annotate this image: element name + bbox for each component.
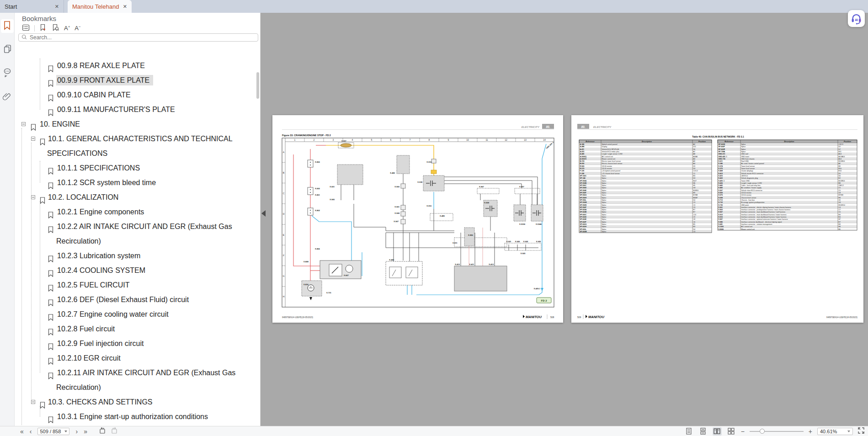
collapse-sidebar-icon[interactable] — [261, 210, 266, 217]
two-page-view-icon[interactable] — [713, 427, 722, 436]
zoom-slider-knob[interactable] — [760, 429, 765, 434]
previous-view-icon[interactable] — [99, 427, 106, 436]
continuous-view-icon[interactable] — [698, 427, 708, 436]
svg-text:X-923: X-923 — [521, 252, 526, 255]
svg-text:X-905: X-905 — [330, 198, 335, 201]
svg-text:SP-590B: SP-590B — [580, 182, 587, 184]
bookmark-item-label: 10.2.4 COOLING SYSTEM — [56, 265, 149, 276]
search-bookmark-icon[interactable] — [52, 24, 59, 33]
comments-panel-button[interactable] — [1, 67, 14, 80]
collapse-node-icon[interactable] — [31, 195, 35, 199]
fullscreen-icon[interactable] — [858, 427, 864, 435]
svg-text:C8: C8 — [693, 218, 696, 220]
bookmark-item[interactable]: 10.2.3 Lubrication system — [15, 249, 256, 263]
headset-icon: AI — [850, 12, 863, 25]
last-page-button[interactable]: » — [84, 427, 87, 436]
svg-text:120 Ω resistor: 120 Ω resistor — [602, 168, 612, 170]
svg-text:C3: C3 — [693, 231, 696, 233]
svg-text:H7/H8: H7/H8 — [839, 194, 843, 196]
tab-start-close-icon[interactable]: ✕ — [55, 4, 59, 10]
svg-text:SP-600R: SP-600R — [719, 149, 725, 150]
zoom-slider[interactable] — [750, 431, 804, 432]
svg-text:SP-600C: SP-600C — [580, 214, 587, 216]
svg-text:GND-011: GND-011 — [719, 153, 725, 155]
svg-text:Tower level sensor: Tower level sensor — [741, 165, 756, 167]
svg-text:X-429-1: X-429-1 — [534, 287, 541, 290]
bookmark-item[interactable]: 10.2.1 Engine components — [15, 205, 256, 219]
zoom-in-button[interactable]: + — [809, 428, 812, 435]
bookmark-item[interactable]: 10.3. CHECKS AND SETTINGS — [15, 395, 256, 409]
svg-text:A8: A8 — [693, 153, 695, 155]
tab-document-close-icon[interactable]: ✕ — [123, 4, 127, 10]
bookmark-item[interactable]: 10.1. GENERAL CHARACTERISTICS AND TECHNI… — [15, 132, 256, 161]
attachments-panel-button[interactable] — [1, 90, 14, 104]
svg-text:X-732: X-732 — [719, 202, 723, 203]
bookmark-icon — [48, 209, 53, 223]
bookmarks-panel-button[interactable] — [1, 19, 14, 33]
svg-text:GND-429_1: GND-429_1 — [719, 156, 727, 158]
outline-view-icon[interactable] — [22, 24, 30, 33]
decrease-font-icon[interactable]: A− — [75, 25, 80, 32]
svg-text:X-538: X-538 — [417, 181, 422, 183]
bookmark-item-label: 00.9.9 FRONT AXLE PLATE — [56, 75, 153, 85]
bookmark-item-label: 10.2.6 DEF (Diesel Exhaust Fluid) circui… — [56, 294, 192, 305]
svg-text:X-346: X-346 — [719, 163, 723, 165]
svg-text:Splice: Splice — [602, 190, 607, 191]
svg-text:X-557: X-557 — [341, 140, 346, 142]
svg-text:X-374: X-374 — [719, 165, 723, 167]
ai-assistant-button[interactable]: AI — [848, 10, 865, 27]
svg-text:Splice: Splice — [602, 182, 607, 184]
svg-text:C9: C9 — [693, 216, 696, 218]
page-header-label: ELECTRICITY — [593, 126, 612, 128]
collapse-node-icon[interactable] — [31, 137, 35, 141]
bookmark-item[interactable]: 10.2.11 AIR INTAKE CIRCUIT AND EGR (Exha… — [15, 366, 256, 395]
svg-text:Splice: Splice — [602, 185, 607, 186]
svg-text:B3: B3 — [693, 175, 695, 177]
search-input[interactable] — [30, 34, 255, 41]
svg-text:B5: B5 — [693, 223, 695, 225]
next-view-icon[interactable] — [111, 427, 118, 436]
svg-text:X-375: X-375 — [719, 168, 723, 170]
bookmark-item[interactable]: 10.2.2 AIR INTAKE CIRCUIT AND EGR (Exhau… — [15, 219, 256, 249]
svg-text:12: 12 — [505, 138, 507, 141]
svg-text:Splice: Splice — [602, 199, 607, 201]
doc-reference: 648970EN14-U2EH5(18-05/2023) — [282, 316, 314, 319]
increase-font-icon[interactable]: A+ — [64, 25, 70, 32]
zoom-level-select[interactable]: 40.61% — [817, 428, 853, 435]
two-page-scroll-view-icon[interactable] — [727, 427, 736, 436]
svg-text:Reference: Reference — [586, 140, 595, 143]
add-bookmark-icon[interactable] — [39, 24, 47, 33]
single-page-view-icon[interactable] — [684, 427, 693, 436]
svg-text:B8: B8 — [839, 182, 841, 184]
sidebar-scrollbar[interactable] — [256, 72, 259, 99]
page-indicator[interactable]: 509 / 858 — [37, 428, 69, 435]
svg-text:A-488: A-488 — [580, 146, 585, 148]
bookmark-item[interactable]: 00.9.8 REAR AXLE PLATE — [15, 58, 256, 73]
svg-text:Cluster (display): Cluster (display) — [741, 170, 753, 172]
svg-text:Position: Position — [844, 140, 851, 143]
thumbnails-panel-button[interactable] — [1, 43, 14, 57]
tab-start[interactable]: Start ✕ — [0, 0, 64, 13]
svg-text:7: 7 — [410, 138, 411, 141]
svg-text:Interface connector - predispo: Interface connector - predisposition har… — [741, 209, 791, 211]
first-page-button[interactable]: « — [20, 427, 24, 436]
collapse-node-icon[interactable] — [31, 400, 35, 404]
previous-page-button[interactable]: ‹ — [30, 427, 32, 436]
collapse-node-icon[interactable] — [21, 122, 26, 126]
bookmarks-panel: Bookmarks A+ A− — [15, 13, 261, 426]
bookmark-search[interactable] — [18, 33, 258, 42]
page-number: 509 — [577, 316, 581, 319]
zoom-out-button[interactable]: − — [741, 428, 745, 435]
svg-text:Splice: Splice — [602, 226, 607, 228]
svg-text:SP-590H: SP-590H — [580, 197, 587, 199]
bookmark-item[interactable]: 10.3.1 Engine start-up authorization con… — [15, 409, 256, 424]
bookmark-item[interactable]: 10.1.1 SPECIFICATIONS — [15, 161, 256, 175]
paperclip-icon — [3, 92, 11, 103]
svg-text:X-916: X-916 — [426, 161, 431, 163]
next-page-button[interactable]: › — [75, 427, 78, 436]
bookmarks-tree: 00.9.8 REAR AXLE PLATE00.9.9 FRONT AXLE … — [15, 49, 256, 426]
tab-document[interactable]: Manitou Telehandler... ✕ — [68, 0, 132, 13]
svg-text:B3: B3 — [839, 214, 841, 216]
document-area[interactable]: ELECTRICITY 80. Figure 33: CRANKING/ENGI… — [261, 13, 868, 426]
page-header-label: ELECTRICITY — [522, 126, 540, 128]
